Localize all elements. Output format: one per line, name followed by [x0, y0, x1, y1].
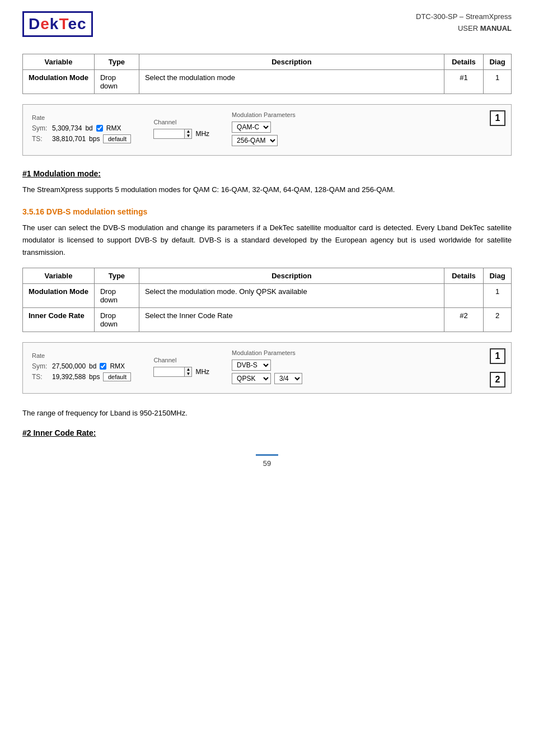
logo: DekTec: [22, 11, 93, 37]
rmx-checkbox-1[interactable]: [96, 125, 103, 132]
col-header-details-1: Details: [444, 54, 484, 70]
col-header-diag-2: Diag: [484, 268, 512, 284]
logo-text: DekTec: [22, 11, 93, 37]
diagram-channel-label-2: Channel: [153, 357, 209, 363]
ts-unit-2: bps: [89, 373, 100, 381]
diagram-mod-section-2: Modulation Parameters DVB-S QPSK 3/4: [232, 349, 302, 386]
channel-spinner-1[interactable]: 242.000 ▲ ▼: [153, 129, 192, 139]
section2-paragraph: The user can select the DVB-S modulation…: [22, 222, 512, 259]
channel-spinner-arrows-1[interactable]: ▲ ▼: [184, 129, 192, 139]
diagram-badge2-2: 2: [490, 372, 505, 388]
table-row: Modulation Mode Drop down Select the mod…: [23, 284, 512, 308]
spinner-down-2[interactable]: ▼: [185, 372, 191, 376]
mod-dropdown1-2[interactable]: DVB-S: [232, 360, 271, 371]
diagram-rate-section-1: Rate Sym: 5,309,734 bd RMX TS: 38,810,70…: [32, 114, 131, 146]
diagram-badge-1: 1: [490, 110, 505, 126]
cell-diag-2-2: 2: [484, 308, 512, 332]
ts-default-button-1[interactable]: default: [103, 134, 131, 143]
diagram-box-1: 1 Rate Sym: 5,309,734 bd RMX TS: 38,810,…: [22, 104, 512, 156]
diagram-mod-params-label-1: Modulation Parameters: [232, 111, 296, 118]
diagram-sym-row-1: Sym: 5,309,734 bd RMX: [32, 124, 131, 132]
mod-dropdown1-1[interactable]: QAM-C: [232, 122, 271, 133]
sym-label-1: Sym:: [32, 124, 49, 132]
mod-dropdown2-2[interactable]: QPSK: [232, 373, 271, 384]
col-header-variable-2: Variable: [23, 268, 95, 284]
cell-variable-1-1: Modulation Mode: [23, 70, 95, 94]
cell-type-2-2: Drop down: [94, 308, 139, 332]
channel-unit-1: MHz: [195, 130, 209, 138]
ts-label-1: TS:: [32, 135, 49, 143]
col-header-variable-1: Variable: [23, 54, 95, 70]
cell-details-2-2: #2: [444, 308, 484, 332]
channel-value-2[interactable]: 1250.0: [153, 367, 184, 377]
mod-dropdown3-2[interactable]: 3/4: [274, 373, 302, 384]
section2-heading: 3.5.16 DVB-S modulation settings: [22, 207, 512, 216]
diagram-channel-row-2: 1250.0 ▲ ▼ MHz: [153, 367, 209, 377]
diagram-sym-row-2: Sym: 27,500,000 bd RMX: [32, 362, 131, 370]
diagram-mod-row1-2: DVB-S: [232, 360, 302, 371]
ts-default-button-2[interactable]: default: [103, 372, 131, 381]
param-table-2: Variable Type Description Details Diag M…: [22, 268, 512, 332]
cell-type-2-1: Drop down: [94, 284, 139, 308]
ts-value-1: 38,810,701: [52, 135, 86, 143]
cell-variable-2-1: Modulation Mode: [23, 284, 95, 308]
table-row: Modulation Mode Drop down Select the mod…: [23, 70, 512, 94]
cell-diag-2-1: 1: [484, 284, 512, 308]
section1-paragraph: The StreamXpress supports 5 modulation m…: [22, 184, 512, 196]
diagram-ts-row-1: TS: 38,810,701 bps default: [32, 134, 131, 143]
diagram-rate-label-1: Rate: [32, 114, 131, 121]
diagram-channel-section-2: Channel 1250.0 ▲ ▼ MHz: [153, 357, 209, 379]
page-footer: 59: [22, 454, 512, 468]
diagram-mod-row2-2: QPSK 3/4: [232, 373, 302, 384]
diagram-channel-label-1: Channel: [153, 119, 209, 125]
diagram-channel-section-1: Channel 242.000 ▲ ▼ MHz: [153, 119, 209, 141]
section4-heading: #2 Inner Code Rate:: [22, 428, 512, 437]
spinner-down-1[interactable]: ▼: [185, 134, 191, 138]
rmx-checkbox-2[interactable]: [100, 363, 106, 370]
cell-details-2-1: [444, 284, 484, 308]
diagram-mod-row1-1: QAM-C document.querySelector('[data-name…: [232, 122, 296, 133]
table-row: Inner Code Rate Drop down Select the Inn…: [23, 308, 512, 332]
sym-value-1: 5,309,734: [52, 124, 82, 132]
cell-type-1-1: Drop down: [94, 70, 139, 94]
sym-value-2: 27,500,000: [52, 362, 86, 370]
sym-unit-2: bd: [89, 362, 96, 370]
page-header: DekTec DTC-300-SP – StreamXpress USER MA…: [22, 11, 512, 37]
channel-value-1[interactable]: 242.000: [153, 129, 184, 139]
section1-heading: #1 Modulation mode:: [22, 169, 512, 178]
page-number: 59: [263, 459, 271, 468]
header-title-line2: USER: [458, 24, 480, 32]
diagram-channel-row-1: 242.000 ▲ ▼ MHz: [153, 129, 209, 139]
cell-diag-1-1: 1: [484, 70, 512, 94]
header-title-line1: DTC-300-SP – StreamXpress: [416, 12, 512, 21]
sym-unit-1: bd: [85, 124, 92, 132]
ts-unit-1: bps: [89, 135, 100, 143]
diagram-mod-params-label-2: Modulation Parameters: [232, 349, 302, 356]
col-header-description-1: Description: [139, 54, 444, 70]
header-title-bold: MANUAL: [480, 24, 512, 32]
col-header-description-2: Description: [139, 268, 444, 284]
mod-dropdown2-1[interactable]: 256-QAM: [232, 135, 278, 146]
sym-label-2: Sym:: [32, 362, 49, 370]
col-header-type-1: Type: [94, 54, 139, 70]
channel-unit-2: MHz: [195, 368, 209, 376]
cell-details-1-1: #1: [444, 70, 484, 94]
channel-spinner-2[interactable]: 1250.0 ▲ ▼: [153, 367, 192, 377]
col-header-details-2: Details: [444, 268, 484, 284]
header-title: DTC-300-SP – StreamXpress USER MANUAL: [416, 11, 512, 35]
cell-variable-2-2: Inner Code Rate: [23, 308, 95, 332]
diagram-mod-section-1: Modulation Parameters QAM-C document.que…: [232, 111, 296, 148]
rmx-label-2: RMX: [110, 362, 125, 370]
param-table-1: Variable Type Description Details Diag M…: [22, 54, 512, 94]
diagram-mod-row2-1: 256-QAM: [232, 135, 296, 146]
diagram-rate-label-2: Rate: [32, 352, 131, 359]
cell-description-1-1: Select the modulation mode: [139, 70, 444, 94]
ts-label-2: TS:: [32, 373, 49, 381]
ts-value-2: 19,392,588: [52, 373, 86, 381]
channel-spinner-arrows-2[interactable]: ▲ ▼: [184, 367, 192, 377]
cell-description-2-1: Select the modulation mode. Only QPSK av…: [139, 284, 444, 308]
cell-description-2-2: Select the Inner Code Rate: [139, 308, 444, 332]
footer-line: [256, 454, 278, 456]
rmx-label-1: RMX: [106, 124, 121, 132]
section3-paragraph: The range of frequency for Lband is 950-…: [22, 407, 512, 419]
